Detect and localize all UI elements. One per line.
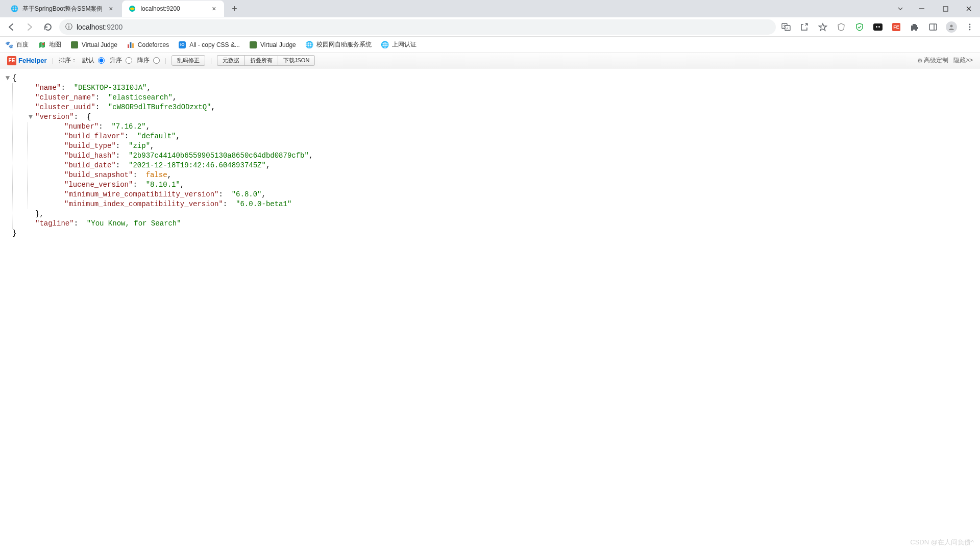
- hide-link[interactable]: 隐藏>>: [953, 56, 973, 65]
- json-kv[interactable]: "cluster_name": "elasticsearch",: [27, 93, 980, 103]
- reload-button[interactable]: [41, 20, 55, 34]
- url-port: :9200: [105, 23, 122, 31]
- json-kv[interactable]: "build_snapshot": false,: [56, 170, 980, 180]
- tab-search-icon[interactable]: [891, 1, 910, 17]
- browser-tab-active[interactable]: localhost:9200 ×: [122, 1, 224, 17]
- fehelper-toolbar: FE FeHelper | 排序： 默认 升序 降序 | 乱码修正 | 元数据 …: [0, 53, 980, 68]
- json-kv[interactable]: "number": "7.16.2",: [56, 122, 980, 132]
- brave-icon[interactable]: [835, 21, 847, 33]
- svg-text:文: 文: [783, 24, 786, 28]
- svg-rect-17: [130, 42, 131, 48]
- download-json-button[interactable]: 下载JSON: [278, 55, 315, 66]
- bookmark-allcopy[interactable]: IO All - copy CSS &...: [178, 41, 240, 49]
- toolbar-icons: 文A FE: [780, 21, 976, 33]
- json-kv[interactable]: "minimum_index_compatibility_version": "…: [56, 199, 980, 209]
- menu-dots-icon[interactable]: [964, 21, 976, 33]
- json-kv[interactable]: "build_type": "zip",: [56, 141, 980, 151]
- tab-bar: 🌐 基于SpringBoot整合SSM案例 × localhost:9200 ×…: [0, 0, 980, 17]
- collapse-all-button[interactable]: 折叠所有: [244, 55, 278, 66]
- vjudge-icon: [249, 41, 257, 49]
- fehelper-badge-icon: FE: [7, 56, 16, 65]
- divider: |: [165, 57, 166, 64]
- gear-icon: ⚙: [917, 57, 923, 64]
- json-kv[interactable]: "build_hash": "2b937c44140b6559905130a86…: [56, 151, 980, 161]
- translate-icon[interactable]: 文A: [780, 21, 792, 33]
- encoding-fix-button[interactable]: 乱码修正: [172, 55, 205, 66]
- map-icon: [38, 41, 46, 49]
- fehelper-ext-icon[interactable]: FE: [890, 21, 902, 33]
- bookmark-map[interactable]: 地图: [38, 40, 61, 49]
- radio-default-input[interactable]: [98, 57, 105, 64]
- json-version-open[interactable]: ▼"version": {: [27, 112, 980, 122]
- json-root-open[interactable]: ▼{: [4, 73, 980, 83]
- url-host: localhost: [77, 23, 105, 31]
- radio-asc[interactable]: 升序: [110, 56, 132, 65]
- forward-button[interactable]: [22, 20, 37, 34]
- fehelper-logo[interactable]: FE FeHelper: [7, 56, 47, 65]
- address-bar: ⓘ localhost:9200 文A FE: [0, 17, 980, 37]
- json-kv[interactable]: "tagline": "You Know, for Search": [27, 219, 980, 229]
- tab-title: 基于SpringBoot整合SSM案例: [22, 5, 103, 13]
- codeforces-icon: [127, 41, 135, 49]
- browser-tab-inactive[interactable]: 🌐 基于SpringBoot整合SSM案例 ×: [4, 1, 121, 17]
- sidepanel-icon[interactable]: [927, 21, 939, 33]
- json-kv[interactable]: "minimum_wire_compatibility_version": "6…: [56, 190, 980, 199]
- vjudge-icon: [70, 41, 79, 49]
- bookmark-codeforces[interactable]: Codeforces: [127, 41, 169, 49]
- radio-default[interactable]: 默认: [82, 56, 105, 65]
- site-info-icon[interactable]: ⓘ: [65, 22, 72, 32]
- json-root-close: }: [4, 229, 980, 238]
- bookmark-vjudge2[interactable]: Virtual Judge: [249, 41, 296, 49]
- json-kv[interactable]: "cluster_uuid": "cW8OR9dlTBufre3dODzxtQ"…: [27, 103, 980, 112]
- share-icon[interactable]: [798, 21, 811, 33]
- json-version-close: },: [27, 209, 980, 219]
- baidu-icon: 🐾: [5, 41, 13, 49]
- json-kv[interactable]: "lucene_version": "8.10.1",: [56, 180, 980, 190]
- divider: |: [210, 57, 212, 64]
- bookmark-campus[interactable]: 🌐 校园网自助服务系统: [305, 40, 372, 49]
- globe-icon: 🌐: [381, 41, 389, 49]
- json-viewer: ▼{ "name": "DESKTOP-3I3I0JA", "cluster_n…: [0, 68, 980, 238]
- radio-asc-input[interactable]: [126, 57, 132, 64]
- svg-point-11: [950, 24, 953, 27]
- bookmark-star-icon[interactable]: [817, 21, 829, 33]
- bookmarks-bar: 🐾 百度 地图 Virtual Judge Codeforces IO All …: [0, 37, 980, 53]
- json-kv[interactable]: "name": "DESKTOP-3I3I0JA",: [27, 83, 980, 93]
- collapse-toggle-icon[interactable]: ▼: [27, 112, 34, 122]
- svg-rect-9: [929, 24, 937, 30]
- globe-icon: 🌐: [305, 41, 313, 49]
- profile-avatar-icon[interactable]: [945, 21, 958, 33]
- close-icon[interactable]: ×: [107, 5, 115, 13]
- extension-dark-icon[interactable]: [872, 21, 884, 33]
- svg-text:A: A: [787, 27, 789, 30]
- minimize-icon[interactable]: [911, 1, 933, 17]
- close-window-icon[interactable]: [958, 1, 980, 17]
- svg-point-14: [969, 29, 971, 30]
- bookmark-baidu[interactable]: 🐾 百度: [5, 40, 29, 49]
- maximize-icon[interactable]: [934, 1, 957, 17]
- tab-title: localhost:9200: [140, 5, 206, 12]
- elastic-icon: [128, 5, 136, 13]
- json-kv[interactable]: "build_date": "2021-12-18T19:42:46.60489…: [56, 161, 980, 170]
- sort-label: 排序：: [59, 56, 77, 65]
- svg-rect-2: [943, 7, 948, 11]
- globe-icon: 🌐: [10, 5, 18, 13]
- new-tab-button[interactable]: +: [227, 2, 241, 16]
- back-button[interactable]: [4, 20, 18, 34]
- extensions-icon[interactable]: [909, 21, 921, 33]
- svg-rect-18: [132, 43, 134, 48]
- bookmark-vjudge1[interactable]: Virtual Judge: [70, 41, 117, 49]
- radio-desc-input[interactable]: [153, 57, 160, 64]
- url-input[interactable]: ⓘ localhost:9200: [59, 19, 776, 35]
- adguard-icon[interactable]: [853, 21, 866, 33]
- advanced-settings-link[interactable]: ⚙高级定制: [917, 56, 948, 65]
- svg-point-13: [969, 26, 971, 28]
- bookmark-auth[interactable]: 🌐 上网认证: [381, 40, 416, 49]
- metadata-button[interactable]: 元数据: [217, 55, 244, 66]
- close-icon[interactable]: ×: [210, 5, 218, 13]
- radio-desc[interactable]: 降序: [137, 56, 160, 65]
- divider: |: [52, 57, 54, 64]
- json-kv[interactable]: "build_flavor": "default",: [56, 132, 980, 141]
- svg-rect-16: [128, 44, 129, 48]
- collapse-toggle-icon[interactable]: ▼: [4, 73, 11, 83]
